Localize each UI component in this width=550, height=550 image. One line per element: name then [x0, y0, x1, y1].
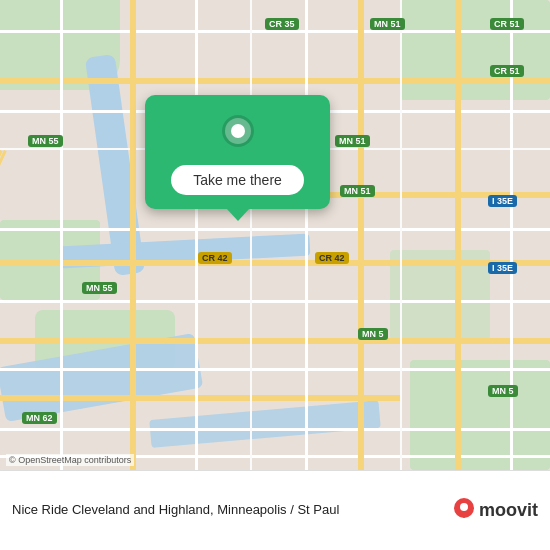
copyright-text: © OpenStreetMap contributors — [6, 454, 134, 466]
badge-mn51-mid: MN 51 — [335, 135, 370, 147]
badge-cr35: CR 35 — [265, 18, 299, 30]
badge-mn55-left: MN 55 — [28, 135, 63, 147]
badge-mn62: MN 62 — [22, 412, 57, 424]
map-view: CR 35 MN 51 CR 51 MN 55 MN 51 CR 51 MN 5… — [0, 0, 550, 470]
location-popup: Take me there — [145, 95, 330, 209]
svg-point-2 — [231, 124, 245, 138]
svg-point-4 — [460, 503, 468, 511]
badge-cr51-right: CR 51 — [490, 65, 524, 77]
badge-mn51-lower: MN 51 — [340, 185, 375, 197]
moovit-pin-icon — [453, 497, 475, 525]
take-me-there-button[interactable]: Take me there — [171, 165, 304, 195]
location-title: Nice Ride Cleveland and Highland, Minnea… — [12, 502, 339, 519]
badge-i35e-upper: I 35E — [488, 195, 517, 207]
moovit-logo: moovit — [453, 497, 538, 525]
badge-mn55-lower: MN 55 — [82, 282, 117, 294]
badge-cr51-top: CR 51 — [490, 18, 524, 30]
bottom-bar: Nice Ride Cleveland and Highland, Minnea… — [0, 470, 550, 550]
badge-mn5-mid: MN 5 — [358, 328, 388, 340]
moovit-label: moovit — [479, 500, 538, 521]
badge-cr42-right: CR 42 — [315, 252, 349, 264]
badge-i35e-lower: I 35E — [488, 262, 517, 274]
badge-cr42-left: CR 42 — [198, 252, 232, 264]
badge-mn5-right: MN 5 — [488, 385, 518, 397]
badge-mn51-top: MN 51 — [370, 18, 405, 30]
location-pin-icon — [217, 113, 259, 155]
